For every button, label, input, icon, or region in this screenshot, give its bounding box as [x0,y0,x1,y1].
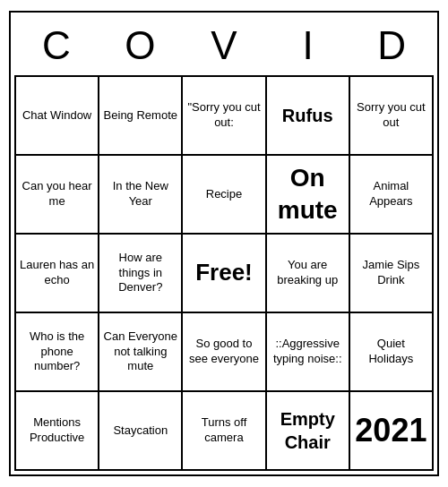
header-letter-v: V [185,23,263,68]
bingo-cell-13: You are breaking up [267,235,350,313]
header-letter-o: O [100,23,179,68]
bingo-cell-19: Quiet Holidays [350,313,434,392]
bingo-cell-16: Can Everyone not talking mute [99,313,183,392]
bingo-cell-8: On mute [267,156,350,235]
bingo-cell-3: Rufus [267,77,350,156]
bingo-cell-21: Staycation [99,392,183,471]
header-letter-i: I [269,23,348,68]
bingo-cell-20: Mentions Productive [16,392,99,471]
bingo-header: COVID [14,16,434,75]
bingo-cell-22: Turns off camera [183,392,266,471]
bingo-cell-14: Jamie Sips Drink [350,235,434,313]
bingo-cell-1: Being Remote [99,77,183,156]
bingo-cell-15: Who is the phone number? [16,313,99,392]
bingo-cell-17: So good to see everyone [183,313,266,392]
bingo-cell-10: Lauren has an echo [16,235,99,313]
bingo-cell-5: Can you hear me [16,156,99,235]
bingo-cell-0: Chat Window [16,77,99,156]
bingo-cell-11: How are things in Denver? [99,235,183,313]
bingo-cell-18: ::Aggressive typing noise:: [267,313,350,392]
header-letter-d: D [352,23,431,68]
bingo-cell-9: Animal Appears [350,156,434,235]
bingo-cell-12: Free! [183,235,266,313]
bingo-cell-23: Empty Chair [267,392,350,471]
bingo-cell-6: In the New Year [99,156,183,235]
bingo-cell-24: 2021 [350,392,434,471]
header-letter-c: C [17,23,96,68]
bingo-grid: Chat WindowBeing Remote"Sorry you cut ou… [14,75,434,471]
bingo-card: COVID Chat WindowBeing Remote"Sorry you … [9,11,439,476]
bingo-cell-4: Sorry you cut out [350,77,434,156]
bingo-cell-7: Recipe [183,156,266,235]
bingo-cell-2: "Sorry you cut out: [183,77,266,156]
